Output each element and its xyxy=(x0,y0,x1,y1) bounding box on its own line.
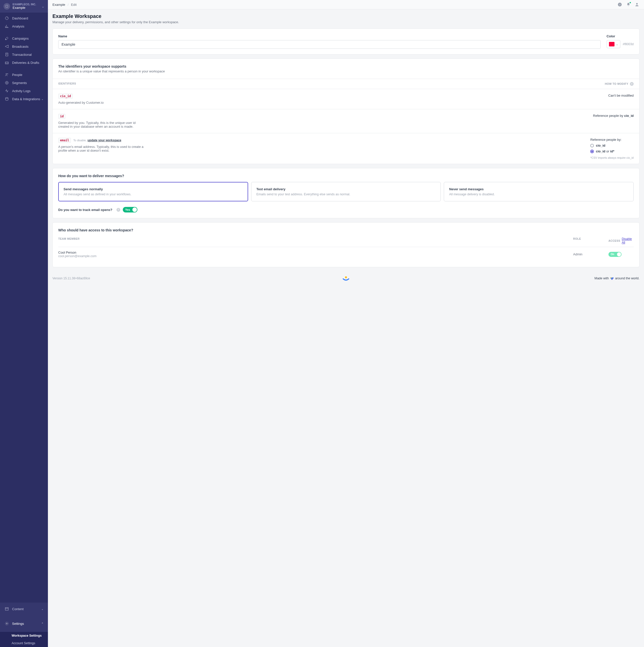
gear-icon xyxy=(5,621,9,626)
svg-point-8 xyxy=(5,81,8,84)
footer: Version 15.11.38+68ac69ce Made with arou… xyxy=(48,271,644,287)
identifiers-title: The identifiers your workspace supports xyxy=(58,64,634,68)
svg-point-6 xyxy=(6,73,7,74)
breadcrumb-root[interactable]: Example xyxy=(53,3,65,7)
page-subtitle: Manage your delivery, permissions, and o… xyxy=(53,20,639,24)
th-role: ROLE xyxy=(573,237,609,244)
csv-note: *CSV imports always require cio_id xyxy=(590,156,634,159)
nav-analysis[interactable]: Analysis xyxy=(0,22,48,30)
identifier-row-id: id Generated by you. Typically, this is … xyxy=(53,109,639,133)
update-workspace-link[interactable]: update your workspace xyxy=(87,139,121,142)
breadcrumb: Example / Edit xyxy=(53,3,617,7)
delivery-option-test[interactable]: Test email delivery Emails send to your … xyxy=(251,182,441,201)
target-icon xyxy=(5,80,9,85)
svg-text:?: ? xyxy=(619,3,621,6)
identifier-row-email: email To disable, update your workspace … xyxy=(53,133,639,164)
help-icon[interactable]: ? xyxy=(116,208,120,212)
radio-cio-or-id[interactable]: cio_id or id* xyxy=(590,149,634,153)
delivery-title: How do you want to deliver messages? xyxy=(58,174,634,178)
bell-icon[interactable] xyxy=(626,2,631,7)
svg-point-10 xyxy=(6,97,8,98)
color-swatch xyxy=(609,42,615,47)
member-name: Cool Person xyxy=(58,250,573,255)
nav-dashboard[interactable]: Dashboard xyxy=(0,14,48,22)
help-icon[interactable]: ? xyxy=(617,2,622,7)
nav-segments[interactable]: Segments xyxy=(0,79,48,87)
subnav-workspace-settings[interactable]: Workspace Settings xyxy=(0,632,48,639)
chevron-up-icon: ⌃ xyxy=(42,622,44,625)
rocket-icon xyxy=(5,36,9,41)
identifier-desc: A person's email address. Typically, thi… xyxy=(58,145,144,152)
tray-icon xyxy=(5,60,9,65)
delivery-option-never[interactable]: Never send messages All message delivery… xyxy=(444,182,634,201)
nav-settings[interactable]: Settings ⌃ xyxy=(0,617,48,632)
breadcrumb-current: Edit xyxy=(71,3,76,7)
th-access: ACCESS Disable All xyxy=(609,237,634,244)
name-input[interactable] xyxy=(58,40,600,49)
card-delivery: How do you want to deliver messages? Sen… xyxy=(53,168,639,218)
th-member: TEAM MEMBER xyxy=(58,237,573,244)
svg-point-9 xyxy=(6,82,7,83)
nav-broadcasts[interactable]: Broadcasts xyxy=(0,43,48,51)
svg-rect-11 xyxy=(5,607,8,610)
track-opens-label: Do you want to track email opens? xyxy=(58,208,112,212)
access-title: Who should have access to this workspace… xyxy=(58,228,634,232)
radio-icon xyxy=(590,144,594,147)
card-access: Who should have access to this workspace… xyxy=(53,222,639,267)
svg-point-16 xyxy=(345,276,347,278)
identifier-desc: Auto-generated by Customer.io xyxy=(58,101,144,104)
org-switcher[interactable]: EXAMPLECO, INC. Example ⌄ xyxy=(0,0,48,13)
svg-rect-0 xyxy=(6,5,8,7)
radio-cio-id[interactable]: cio_id xyxy=(590,144,634,147)
version-text: Version 15.11.38+68ac69ce xyxy=(53,277,342,280)
made-with: Made with around the world. xyxy=(350,277,639,280)
users-icon xyxy=(5,72,9,77)
color-hex: #f8003d xyxy=(623,43,634,46)
chevron-down-icon: ⌄ xyxy=(42,5,45,8)
nav-data[interactable]: Data & Integrations ⌄ xyxy=(0,95,48,103)
toggle-knob xyxy=(617,253,621,257)
color-picker[interactable]: ⌄ xyxy=(607,40,620,48)
svg-point-15 xyxy=(636,3,638,5)
activity-icon xyxy=(5,88,9,93)
ref-title: Reference people by: xyxy=(590,138,634,142)
member-row: Cool Person cool.person@example.com Admi… xyxy=(58,247,634,262)
card-name: Name Color ⌄ #f8003d xyxy=(53,28,639,55)
megaphone-icon xyxy=(5,44,9,49)
identifiers-subtitle: An identifier is a unique value that rep… xyxy=(58,69,634,73)
identifier-desc: Generated by you. Typically, this is the… xyxy=(58,121,144,129)
org-name: EXAMPLECO, INC. xyxy=(13,3,42,6)
bar-chart-icon xyxy=(5,24,9,28)
nav-content[interactable]: Content ⌄ xyxy=(0,602,48,617)
heart-icon xyxy=(610,277,614,280)
delivery-option-normal[interactable]: Send messages normally All messages send… xyxy=(58,182,248,201)
help-icon[interactable]: ? xyxy=(630,82,634,86)
identifier-modify: Can't be modified xyxy=(608,94,634,104)
org-logo-icon xyxy=(4,3,10,10)
layout-icon xyxy=(5,606,9,611)
nav-people[interactable]: People xyxy=(0,71,48,79)
member-role: Admin xyxy=(573,253,609,256)
topbar: Example / Edit ? xyxy=(48,0,644,9)
nav-deliveries[interactable]: Deliveries & Drafts xyxy=(0,59,48,67)
svg-point-7 xyxy=(7,73,8,74)
subnav-account-settings[interactable]: Account Settings xyxy=(0,639,48,647)
member-access-toggle[interactable]: On xyxy=(609,252,622,257)
identifier-modify: Reference people by cio_id xyxy=(593,114,634,129)
nav-activity[interactable]: Activity Logs xyxy=(0,87,48,95)
database-icon xyxy=(5,97,9,101)
user-icon[interactable] xyxy=(634,2,639,7)
receipt-icon xyxy=(5,52,9,57)
nav-campaigns[interactable]: Campaigns xyxy=(0,34,48,43)
chevron-down-icon: ⌄ xyxy=(616,43,618,46)
th-identifiers: IDENTIFIERS xyxy=(58,82,605,86)
th-modify: HOW TO MODIFY? xyxy=(605,82,634,86)
gauge-icon xyxy=(5,16,9,20)
track-opens-toggle[interactable]: Yes xyxy=(123,207,138,212)
disable-all-link[interactable]: Disable All xyxy=(622,237,634,244)
chevron-down-icon: ⌄ xyxy=(42,607,44,610)
card-identifiers: The identifiers your workspace supports … xyxy=(53,59,639,164)
nav-transactional[interactable]: Transactional xyxy=(0,51,48,59)
svg-point-12 xyxy=(6,623,7,624)
toggle-knob xyxy=(132,207,137,212)
